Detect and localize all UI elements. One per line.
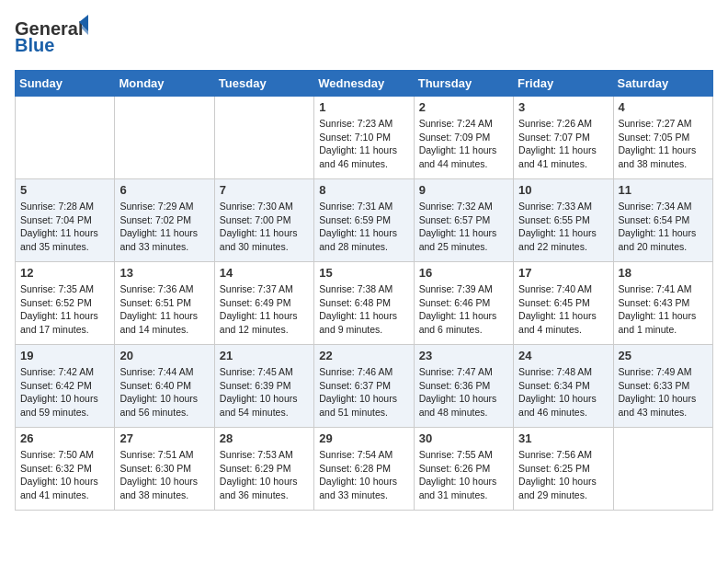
calendar-day-14: 14Sunrise: 7:37 AM Sunset: 6:49 PM Dayli… — [214, 262, 313, 345]
calendar-empty — [214, 97, 313, 179]
day-number: 13 — [119, 266, 209, 280]
weekday-header-tuesday: Tuesday — [214, 71, 313, 97]
calendar-week-row: 1Sunrise: 7:23 AM Sunset: 7:10 PM Daylig… — [16, 97, 713, 179]
calendar-empty — [115, 97, 214, 179]
day-number: 16 — [419, 266, 508, 280]
day-number: 27 — [119, 431, 209, 445]
day-info: Sunrise: 7:46 AM Sunset: 6:37 PM Dayligh… — [319, 365, 408, 419]
day-info: Sunrise: 7:42 AM Sunset: 6:42 PM Dayligh… — [20, 365, 109, 419]
day-info: Sunrise: 7:56 AM Sunset: 6:25 PM Dayligh… — [518, 448, 608, 502]
day-number: 17 — [518, 266, 608, 280]
day-info: Sunrise: 7:27 AM Sunset: 7:05 PM Dayligh… — [619, 117, 708, 171]
calendar-day-29: 29Sunrise: 7:54 AM Sunset: 6:28 PM Dayli… — [314, 428, 414, 511]
weekday-header-friday: Friday — [514, 71, 613, 97]
weekday-header-wednesday: Wednesday — [314, 71, 414, 97]
day-info: Sunrise: 7:30 AM Sunset: 7:00 PM Dayligh… — [220, 200, 309, 254]
calendar-day-27: 27Sunrise: 7:51 AM Sunset: 6:30 PM Dayli… — [115, 428, 214, 511]
day-info: Sunrise: 7:50 AM Sunset: 6:32 PM Dayligh… — [20, 448, 109, 502]
day-info: Sunrise: 7:41 AM Sunset: 6:43 PM Dayligh… — [619, 282, 708, 337]
day-info: Sunrise: 7:47 AM Sunset: 6:36 PM Dayligh… — [419, 365, 508, 419]
calendar-day-25: 25Sunrise: 7:49 AM Sunset: 6:33 PM Dayli… — [613, 345, 712, 428]
calendar-day-8: 8Sunrise: 7:31 AM Sunset: 6:59 PM Daylig… — [314, 179, 414, 262]
calendar-week-row: 12Sunrise: 7:35 AM Sunset: 6:52 PM Dayli… — [16, 262, 713, 345]
calendar-day-21: 21Sunrise: 7:45 AM Sunset: 6:39 PM Dayli… — [214, 345, 313, 428]
day-number: 19 — [20, 349, 109, 362]
page-header: General Blue — [15, 15, 713, 59]
calendar-day-16: 16Sunrise: 7:39 AM Sunset: 6:46 PM Dayli… — [414, 262, 513, 345]
day-number: 23 — [419, 349, 508, 362]
calendar-day-5: 5Sunrise: 7:28 AM Sunset: 7:04 PM Daylig… — [16, 179, 115, 262]
day-info: Sunrise: 7:24 AM Sunset: 7:09 PM Dayligh… — [419, 117, 508, 171]
calendar-day-1: 1Sunrise: 7:23 AM Sunset: 7:10 PM Daylig… — [314, 97, 414, 179]
weekday-header-row: SundayMondayTuesdayWednesdayThursdayFrid… — [16, 71, 713, 97]
calendar-day-12: 12Sunrise: 7:35 AM Sunset: 6:52 PM Dayli… — [16, 262, 115, 345]
calendar-day-3: 3Sunrise: 7:26 AM Sunset: 7:07 PM Daylig… — [514, 97, 613, 179]
day-number: 8 — [319, 183, 408, 197]
day-info: Sunrise: 7:35 AM Sunset: 6:52 PM Dayligh… — [20, 282, 109, 337]
day-info: Sunrise: 7:49 AM Sunset: 6:33 PM Dayligh… — [619, 365, 708, 419]
day-info: Sunrise: 7:31 AM Sunset: 6:59 PM Dayligh… — [319, 200, 408, 254]
day-info: Sunrise: 7:34 AM Sunset: 6:54 PM Dayligh… — [619, 200, 708, 254]
day-info: Sunrise: 7:28 AM Sunset: 7:04 PM Dayligh… — [20, 200, 109, 254]
day-info: Sunrise: 7:48 AM Sunset: 6:34 PM Dayligh… — [518, 365, 608, 419]
day-info: Sunrise: 7:33 AM Sunset: 6:55 PM Dayligh… — [518, 200, 608, 254]
calendar-day-9: 9Sunrise: 7:32 AM Sunset: 6:57 PM Daylig… — [414, 179, 513, 262]
calendar-day-26: 26Sunrise: 7:50 AM Sunset: 6:32 PM Dayli… — [16, 428, 115, 511]
day-number: 25 — [619, 349, 708, 362]
day-info: Sunrise: 7:38 AM Sunset: 6:48 PM Dayligh… — [319, 282, 408, 337]
calendar-day-18: 18Sunrise: 7:41 AM Sunset: 6:43 PM Dayli… — [613, 262, 712, 345]
day-number: 30 — [419, 431, 508, 445]
day-number: 18 — [619, 266, 708, 280]
calendar-day-13: 13Sunrise: 7:36 AM Sunset: 6:51 PM Dayli… — [115, 262, 214, 345]
day-number: 12 — [20, 266, 109, 280]
day-info: Sunrise: 7:37 AM Sunset: 6:49 PM Dayligh… — [220, 282, 309, 337]
calendar-day-10: 10Sunrise: 7:33 AM Sunset: 6:55 PM Dayli… — [514, 179, 613, 262]
calendar-table: SundayMondayTuesdayWednesdayThursdayFrid… — [15, 70, 713, 511]
weekday-header-saturday: Saturday — [613, 71, 712, 97]
calendar-day-31: 31Sunrise: 7:56 AM Sunset: 6:25 PM Dayli… — [514, 428, 613, 511]
day-number: 21 — [220, 349, 309, 362]
calendar-empty — [16, 97, 115, 179]
calendar-day-6: 6Sunrise: 7:29 AM Sunset: 7:02 PM Daylig… — [115, 179, 214, 262]
calendar-day-30: 30Sunrise: 7:55 AM Sunset: 6:26 PM Dayli… — [414, 428, 513, 511]
day-number: 31 — [518, 431, 608, 445]
calendar-week-row: 5Sunrise: 7:28 AM Sunset: 7:04 PM Daylig… — [16, 179, 713, 262]
weekday-header-monday: Monday — [115, 71, 214, 97]
weekday-header-thursday: Thursday — [414, 71, 513, 97]
day-number: 7 — [220, 183, 309, 197]
day-number: 4 — [619, 100, 708, 114]
calendar-day-20: 20Sunrise: 7:44 AM Sunset: 6:40 PM Dayli… — [115, 345, 214, 428]
calendar-day-22: 22Sunrise: 7:46 AM Sunset: 6:37 PM Dayli… — [314, 345, 414, 428]
day-number: 29 — [319, 431, 408, 445]
day-info: Sunrise: 7:32 AM Sunset: 6:57 PM Dayligh… — [419, 200, 508, 254]
logo-icon: General Blue — [15, 15, 88, 55]
day-number: 20 — [119, 349, 209, 362]
day-number: 9 — [419, 183, 508, 197]
day-number: 5 — [20, 183, 109, 197]
calendar-day-11: 11Sunrise: 7:34 AM Sunset: 6:54 PM Dayli… — [613, 179, 712, 262]
day-number: 15 — [319, 266, 408, 280]
weekday-header-sunday: Sunday — [16, 71, 115, 97]
day-number: 3 — [518, 100, 608, 114]
day-info: Sunrise: 7:40 AM Sunset: 6:45 PM Dayligh… — [518, 282, 608, 337]
calendar-day-7: 7Sunrise: 7:30 AM Sunset: 7:00 PM Daylig… — [214, 179, 313, 262]
day-number: 28 — [220, 431, 309, 445]
day-number: 2 — [419, 100, 508, 114]
calendar-day-15: 15Sunrise: 7:38 AM Sunset: 6:48 PM Dayli… — [314, 262, 414, 345]
day-info: Sunrise: 7:54 AM Sunset: 6:28 PM Dayligh… — [319, 448, 408, 502]
day-number: 6 — [119, 183, 209, 197]
day-info: Sunrise: 7:23 AM Sunset: 7:10 PM Dayligh… — [319, 117, 408, 171]
day-number: 1 — [319, 100, 408, 114]
calendar-day-19: 19Sunrise: 7:42 AM Sunset: 6:42 PM Dayli… — [16, 345, 115, 428]
day-number: 24 — [518, 349, 608, 362]
day-info: Sunrise: 7:39 AM Sunset: 6:46 PM Dayligh… — [419, 282, 508, 337]
day-number: 22 — [319, 349, 408, 362]
calendar-day-28: 28Sunrise: 7:53 AM Sunset: 6:29 PM Dayli… — [214, 428, 313, 511]
day-number: 26 — [20, 431, 109, 445]
day-info: Sunrise: 7:29 AM Sunset: 7:02 PM Dayligh… — [119, 200, 209, 254]
day-info: Sunrise: 7:51 AM Sunset: 6:30 PM Dayligh… — [119, 448, 209, 502]
calendar-day-17: 17Sunrise: 7:40 AM Sunset: 6:45 PM Dayli… — [514, 262, 613, 345]
calendar-day-2: 2Sunrise: 7:24 AM Sunset: 7:09 PM Daylig… — [414, 97, 513, 179]
svg-text:Blue: Blue — [15, 35, 54, 55]
day-info: Sunrise: 7:26 AM Sunset: 7:07 PM Dayligh… — [518, 117, 608, 171]
